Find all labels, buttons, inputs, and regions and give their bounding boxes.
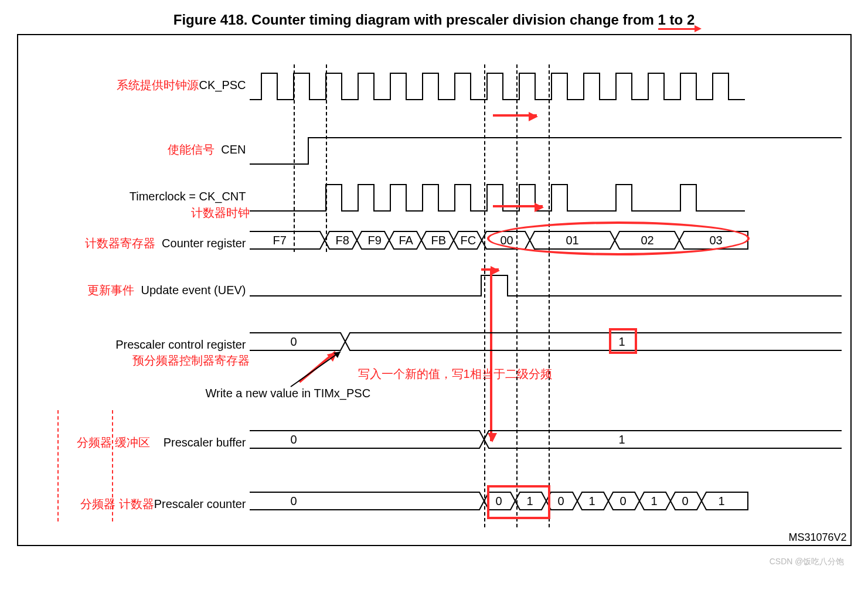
arrow-period-ck-cnt: [493, 205, 543, 207]
label-red-uev: 更新事件: [87, 284, 134, 296]
psc-cnt-seq: 0: [682, 495, 689, 508]
label-psc-buf: Prescaler buffer: [164, 436, 246, 449]
wave-uev: [250, 272, 850, 308]
counter-val: FB: [431, 234, 447, 247]
label-red-ck-cnt: 计数器时钟: [121, 205, 250, 221]
figure-title: Figure 418. Counter timing diagram with …: [12, 12, 856, 28]
footnote: MS31076V2: [788, 531, 846, 544]
psc-ctrl-val-left: 0: [291, 335, 297, 349]
psc-cnt-seq: 1: [719, 495, 725, 508]
diagram-frame: 系统提供时钟源CK_PSC 使能信号 CEN Timerclock = CK_C…: [17, 34, 852, 546]
psc-buf-val-left: 0: [291, 433, 297, 446]
label-uev: Update event (UEV): [141, 284, 246, 296]
title-highlight: 1 to 2: [658, 12, 695, 30]
highlight-box-1: [609, 328, 637, 354]
label-red1-psc-buf: 分频器: [77, 436, 112, 449]
wave-ck-cnt: [250, 179, 850, 214]
label-ck-cnt: Timerclock = CK_CNT: [18, 190, 246, 203]
counter-val: FA: [399, 234, 413, 247]
write-arrow-black: [288, 349, 346, 390]
psc-cnt-val-left: 0: [291, 495, 297, 508]
label-ck-psc: CK_PSC: [199, 79, 246, 91]
wave-cen: [250, 132, 850, 167]
label-cen: CEN: [221, 143, 246, 156]
label-red-psc-ctrl: 预分频器控制器寄存器: [94, 353, 250, 369]
label-red-ck-psc: 系统提供时钟源: [117, 79, 199, 91]
arrow-period-ck-psc: [493, 114, 537, 117]
psc-buf-val-right: 1: [619, 433, 625, 446]
title-prefix: Figure 418. Counter timing diagram with …: [173, 12, 658, 28]
psc-cnt-seq: 1: [651, 495, 658, 508]
wave-ck-psc: [250, 67, 850, 103]
label-psc-cnt: Prescaler counter: [154, 497, 246, 510]
psc-cnt-seq: 1: [589, 495, 595, 508]
counter-val: F9: [368, 234, 382, 247]
psc-cnt-seq: 0: [558, 495, 564, 508]
watermark: CSDN @饭吃八分饱: [12, 557, 845, 567]
counter-val: F7: [273, 234, 287, 247]
counter-val: F8: [336, 234, 349, 247]
wave-psc-buf: 0 1: [250, 425, 850, 460]
label-red-cen: 使能信号: [168, 143, 215, 156]
label-red-counter: 计数器寄存器: [85, 237, 155, 250]
row-psc-cnt: 分频器 计数器Prescaler counter 0 0 1 0 1 0 1 0: [18, 486, 850, 521]
red-text-middle: 写入一个新的值，写1相当于二级分频: [358, 366, 552, 382]
highlight-ellipse: [487, 221, 750, 255]
counter-val: FC: [461, 234, 476, 247]
label-red2-psc-cnt: 计数器: [119, 497, 154, 510]
label-psc-ctrl: Prescaler control register: [18, 338, 246, 352]
label-counter: Counter register: [162, 237, 246, 250]
row-cen: 使能信号 CEN: [18, 132, 850, 167]
label-red1-psc-cnt: 分频器: [80, 497, 115, 510]
row-uev: 更新事件 Update event (UEV): [18, 272, 850, 308]
label-red2-psc-buf: 缓冲区: [115, 436, 150, 449]
psc-cnt-seq: 0: [620, 495, 627, 508]
highlight-box-psc-cnt: [487, 485, 550, 519]
row-psc-buf: 分频器 缓冲区 Prescaler buffer 0 1: [18, 425, 850, 460]
row-ck-psc: 系统提供时钟源CK_PSC: [18, 67, 850, 103]
